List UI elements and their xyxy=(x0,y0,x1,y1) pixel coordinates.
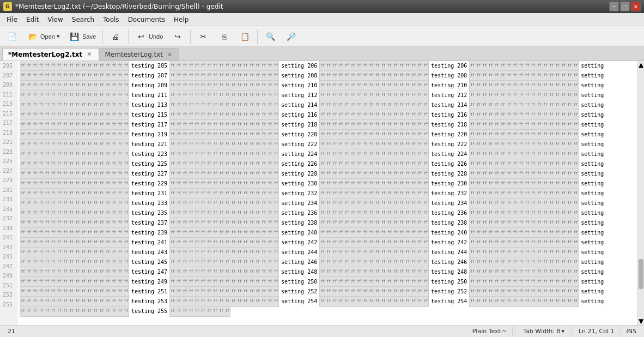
minimize-button[interactable]: ─ xyxy=(609,2,619,11)
setting-label-2: setting xyxy=(581,277,604,287)
testing-label-2: testing 210 xyxy=(431,81,467,91)
setting-label-2: setting xyxy=(581,159,604,169)
copy-button[interactable]: ⎘ xyxy=(214,28,234,45)
hex-data-3: ff ff ff ff ff ff ff ff ff ff ff ff ff f… xyxy=(319,237,429,248)
testing-label-1: testing 245 xyxy=(131,257,167,267)
find-replace-button[interactable]: 🔎 xyxy=(281,28,301,45)
line-row: ff ff ff ff ff ff ff ff ff ff ff ff ff f… xyxy=(20,208,635,218)
line-row: ff ff ff ff ff ff ff ff ff ff ff ff ff f… xyxy=(20,120,635,130)
hex-data-2: ff ff ff ff ff ff ff ff ff ff ff ff ff f… xyxy=(169,267,279,278)
code-area[interactable]: ff ff ff ff ff ff ff ff ff ff ff ff ff f… xyxy=(17,61,637,325)
hex-data-1: ff ff ff ff ff ff ff ff ff ff ff ff ff f… xyxy=(20,296,129,307)
menu-edit[interactable]: Edit xyxy=(22,15,43,25)
tab-width-dropdown[interactable]: Tab Width: 8 ▾ xyxy=(521,327,567,335)
testing-label-1: testing 255 xyxy=(131,306,167,316)
line-row: ff ff ff ff ff ff ff ff ff ff ff ff ff f… xyxy=(20,198,635,208)
hex-data-1: ff ff ff ff ff ff ff ff ff ff ff ff ff f… xyxy=(20,139,129,150)
scrollbar-arrow-down[interactable]: ▼ xyxy=(638,317,644,325)
menu-search[interactable]: Search xyxy=(68,15,99,25)
vertical-scrollbar[interactable]: ▲ ▼ xyxy=(637,61,644,325)
testing-label-1: testing 247 xyxy=(131,267,167,277)
hex-data-1: ff ff ff ff ff ff ff ff ff ff ff ff ff f… xyxy=(20,306,129,317)
tab-2-label: MemtesterLog.txt xyxy=(105,51,163,58)
testing-label-2: testing 236 xyxy=(431,208,467,218)
open-icon: 📂 xyxy=(27,31,39,43)
hex-data-2: ff ff ff ff ff ff ff ff ff ff ff ff ff f… xyxy=(169,247,279,258)
hex-data-3: ff ff ff ff ff ff ff ff ff ff ff ff ff f… xyxy=(319,139,429,150)
hex-data-4: ff ff ff ff ff ff ff ff ff ff ff ff ff f… xyxy=(469,276,579,287)
testing-label-1: testing 239 xyxy=(131,228,167,238)
tab-memtesterlog[interactable]: MemtesterLog.txt ✕ xyxy=(99,48,180,61)
print-icon: 🖨 xyxy=(110,31,121,43)
statusbar-ins: INS xyxy=(623,328,640,335)
paste-button[interactable]: 📋 xyxy=(235,28,254,45)
status-sep-3 xyxy=(621,327,621,336)
setting-label-1: setting 228 xyxy=(281,169,317,179)
setting-label-1: setting 254 xyxy=(281,297,317,306)
testing-label-2: testing 214 xyxy=(431,100,467,110)
setting-label-2: setting xyxy=(581,179,604,189)
setting-label-1: setting 226 xyxy=(281,159,317,169)
statusbar-cursor-line: 21 xyxy=(4,328,467,335)
menu-view[interactable]: View xyxy=(43,15,67,25)
undo-button[interactable]: ↩ Undo xyxy=(131,28,167,45)
hex-data-1: ff ff ff ff ff ff ff ff ff ff ff ff ff f… xyxy=(20,237,129,248)
hex-data-4: ff ff ff ff ff ff ff ff ff ff ff ff ff f… xyxy=(469,247,579,258)
testing-label-2: testing 226 xyxy=(431,159,467,169)
testing-label-2: testing 242 xyxy=(431,238,467,248)
hex-data-1: ff ff ff ff ff ff ff ff ff ff ff ff ff f… xyxy=(20,247,129,258)
statusbar-tab-width[interactable]: Tab Width: 8 ▾ xyxy=(518,327,570,335)
statusbar: 21 Plain Text ~ Tab Width: 8 ▾ Ln 21, Co… xyxy=(0,325,644,337)
open-button[interactable]: 📂 Open ▾ xyxy=(23,28,64,45)
maximize-button[interactable]: □ xyxy=(620,2,630,11)
hex-data-3: ff ff ff ff ff ff ff ff ff ff ff ff ff f… xyxy=(319,198,429,209)
hex-data-1: ff ff ff ff ff ff ff ff ff ff ff ff ff f… xyxy=(20,218,129,228)
tab-2-close[interactable]: ✕ xyxy=(166,51,173,58)
statusbar-language[interactable]: Plain Text ~ xyxy=(467,327,513,335)
testing-label-2: testing 224 xyxy=(431,149,467,159)
testing-label-1: testing 219 xyxy=(131,130,167,140)
language-dropdown[interactable]: Plain Text ~ xyxy=(470,327,509,335)
hex-data-4: ff ff ff ff ff ff ff ff ff ff ff ff ff f… xyxy=(469,227,579,238)
setting-label-1: setting 224 xyxy=(281,149,317,159)
menu-tools[interactable]: Tools xyxy=(99,15,124,25)
new-button[interactable]: 📄 xyxy=(2,28,22,45)
setting-label-1: setting 232 xyxy=(281,189,317,198)
close-button[interactable]: ✕ xyxy=(631,2,641,11)
setting-label-1: setting 208 xyxy=(281,71,317,81)
save-button[interactable]: 💾 Save xyxy=(65,28,100,45)
testing-label-1: testing 235 xyxy=(131,208,167,218)
hex-data-1: ff ff ff ff ff ff ff ff ff ff ff ff ff f… xyxy=(20,119,129,130)
tab-width-arrow: ▾ xyxy=(561,328,564,335)
hex-data-4: ff ff ff ff ff ff ff ff ff ff ff ff ff f… xyxy=(469,159,579,170)
scrollbar-thumb[interactable] xyxy=(639,259,643,289)
line-row: ff ff ff ff ff ff ff ff ff ff ff ff ff f… xyxy=(20,248,635,257)
hex-data-1: ff ff ff ff ff ff ff ff ff ff ff ff ff f… xyxy=(20,227,129,238)
menu-file[interactable]: File xyxy=(2,15,22,25)
hex-data-1: ff ff ff ff ff ff ff ff ff ff ff ff ff f… xyxy=(20,61,129,71)
open-label: Open xyxy=(40,33,55,40)
testing-label-2: testing 206 xyxy=(431,61,467,71)
redo-button[interactable]: ↪ xyxy=(168,28,187,45)
menu-help[interactable]: Help xyxy=(169,15,193,25)
setting-label-2: setting xyxy=(581,149,604,159)
print-button[interactable]: 🖨 xyxy=(106,28,125,45)
scrollbar-arrow-up[interactable]: ▲ xyxy=(639,61,643,83)
tab-1-close[interactable]: ✕ xyxy=(86,51,93,58)
find-button[interactable]: 🔍 xyxy=(260,28,280,45)
setting-label-2: setting xyxy=(581,238,604,248)
code-lines-container[interactable]: ff ff ff ff ff ff ff ff ff ff ff ff ff f… xyxy=(17,61,637,325)
hex-data-2: ff ff ff ff ff ff ff ff ff ff ff ff ff f… xyxy=(169,237,279,248)
ins-label: INS xyxy=(627,328,636,335)
testing-label-1: testing 253 xyxy=(131,297,167,306)
line-row: ff ff ff ff ff ff ff ff ff ff ff ff ff f… xyxy=(20,306,635,316)
menu-documents[interactable]: Documents xyxy=(124,15,169,25)
tab-memtesterlog2[interactable]: *MemtesterLog2.txt ✕ xyxy=(2,48,99,61)
menubar: File Edit View Search Tools Documents He… xyxy=(0,13,644,26)
line-row: ff ff ff ff ff ff ff ff ff ff ff ff ff f… xyxy=(20,267,635,277)
hex-data-2: ff ff ff ff ff ff ff ff ff ff ff ff ff f… xyxy=(169,296,279,307)
cut-button[interactable]: ✂ xyxy=(193,28,213,45)
hex-data-3: ff ff ff ff ff ff ff ff ff ff ff ff ff f… xyxy=(319,218,429,228)
hex-data-1: ff ff ff ff ff ff ff ff ff ff ff ff ff f… xyxy=(20,90,129,101)
titlebar-controls: ─ □ ✕ xyxy=(609,2,641,11)
